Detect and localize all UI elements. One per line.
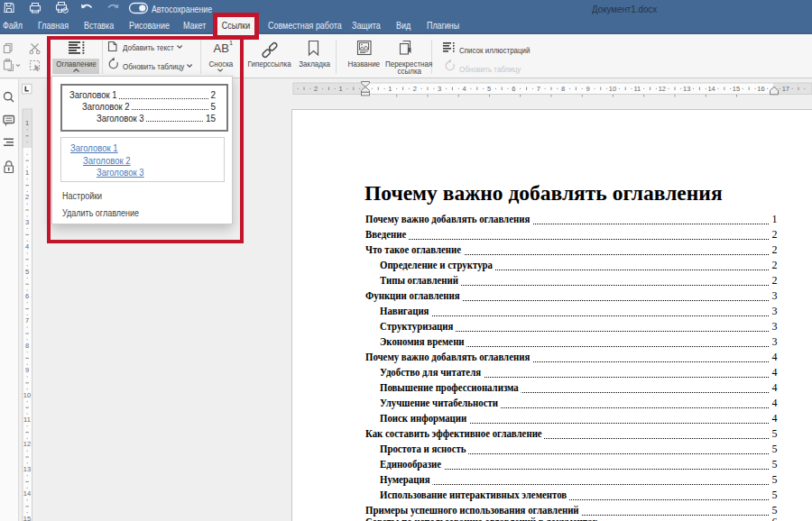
svg-text:13: 13 (23, 465, 31, 473)
svg-text:8: 8 (561, 85, 565, 93)
svg-text:2: 2 (25, 193, 29, 201)
svg-text:2: 2 (413, 85, 417, 93)
svg-text:5: 5 (25, 268, 29, 276)
svg-text:1: 1 (339, 85, 343, 93)
svg-text:12: 12 (659, 85, 666, 93)
svg-text:6: 6 (512, 85, 515, 93)
svg-text:11: 11 (23, 416, 31, 424)
svg-text:3: 3 (25, 218, 29, 226)
svg-text:1: 1 (388, 85, 392, 93)
svg-text:4: 4 (25, 242, 29, 251)
svg-text:7: 7 (25, 316, 29, 324)
svg-text:10: 10 (23, 391, 31, 399)
svg-text:15: 15 (733, 85, 740, 93)
svg-text:8: 8 (25, 342, 29, 350)
svg-text:12: 12 (23, 440, 31, 448)
svg-text:17: 17 (782, 85, 789, 93)
svg-text:11: 11 (634, 85, 641, 93)
svg-text:14: 14 (707, 85, 715, 93)
svg-text:10: 10 (609, 85, 616, 93)
svg-text:3: 3 (438, 85, 441, 93)
svg-text:5: 5 (487, 85, 491, 93)
svg-text:9: 9 (25, 366, 29, 374)
svg-text:4: 4 (463, 85, 466, 93)
svg-text:14: 14 (23, 489, 31, 498)
svg-text:7: 7 (537, 85, 540, 93)
svg-text:15: 15 (23, 515, 31, 521)
svg-text:1: 1 (25, 119, 29, 127)
svg-text:2: 2 (314, 85, 318, 93)
svg-text:6: 6 (25, 292, 29, 300)
svg-text:16: 16 (757, 85, 764, 93)
svg-text:1: 1 (25, 169, 29, 177)
svg-text:13: 13 (683, 85, 690, 93)
svg-text:9: 9 (586, 85, 590, 93)
